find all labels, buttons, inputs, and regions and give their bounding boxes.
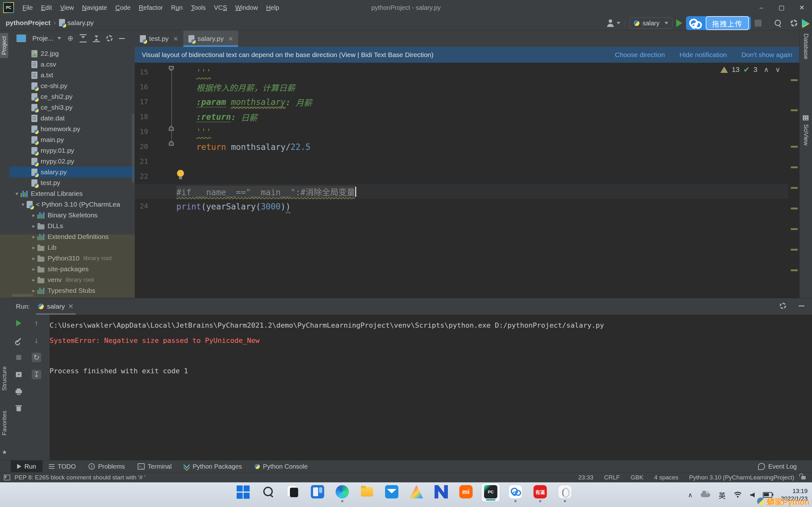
chevron-down-icon[interactable]: ▾ (15, 190, 20, 197)
taskbar-app-notes-app[interactable] (435, 485, 448, 498)
settings-gear-icon[interactable] (791, 20, 798, 26)
ime-indicator[interactable]: 英 (718, 490, 725, 500)
panel-settings-icon[interactable] (106, 35, 113, 42)
tool-window-button-problems[interactable]: !Problems (82, 460, 131, 472)
taskbar-app-widgets[interactable] (311, 485, 324, 498)
breadcrumb-project[interactable]: pythonProject (6, 19, 50, 26)
chevron-right-icon[interactable]: ▸ (32, 212, 38, 219)
tree-item-site-packages[interactable]: ▸site-packages (9, 264, 135, 274)
restore-layout-icon[interactable] (14, 370, 23, 379)
tree-item-main-py[interactable]: main.py (9, 134, 135, 145)
print-console-icon[interactable] (14, 387, 23, 396)
menu-run[interactable]: Run (167, 4, 187, 11)
status-widget[interactable]: Python 3.10 (PyCharmLearningProject) (689, 474, 794, 481)
tool-window-button-python-console[interactable]: Python Console (248, 460, 314, 472)
code-line-19[interactable]: ''' (135, 124, 788, 139)
user-icon[interactable] (606, 19, 615, 27)
tool-window-button-terminal[interactable]: >_Terminal (131, 460, 178, 472)
tree-item-a-csv[interactable]: a.csv (9, 59, 135, 70)
chevron-right-icon[interactable]: ▸ (32, 277, 38, 283)
taskbar-app-taskview[interactable] (286, 485, 299, 498)
taskbar-app-youdao[interactable]: 有道 (534, 485, 547, 498)
tool-button-favorites[interactable]: Favorites (1, 411, 8, 435)
run-tab[interactable]: salary ✕ (38, 298, 73, 315)
tree-item-external-libraries[interactable]: ▾External Libraries (9, 188, 135, 199)
tool-button-project[interactable]: Project (0, 33, 8, 58)
chevron-right-icon[interactable]: ▸ (32, 244, 38, 251)
tool-button-database[interactable]: Database (803, 34, 809, 59)
chevron-right-icon[interactable]: ▸ (32, 287, 38, 294)
tree-item-dlls[interactable]: ▸DLLs (9, 221, 135, 231)
tree-item-22-jpg[interactable]: 22.jpg (9, 48, 135, 59)
menu-tools[interactable]: Tools (187, 4, 210, 11)
tool-button-sciview[interactable]: SciView (803, 124, 809, 146)
drag-upload-button[interactable]: 拖拽上传 (706, 16, 749, 30)
tab-salary-py[interactable]: salary.py✕ (183, 31, 238, 47)
tree-item-binary-skeletons[interactable]: ▸Binary Skeletons (9, 210, 135, 221)
code-line-21[interactable] (135, 154, 788, 169)
tree-item-test-py[interactable]: test.py (9, 177, 135, 188)
taskbar-app-explorer[interactable] (360, 485, 374, 498)
tree-item-a-txt[interactable]: a.txt (9, 70, 135, 80)
status-widget[interactable]: 23:33 (578, 474, 594, 481)
menu-file[interactable]: File (18, 4, 37, 11)
rerun-failed-icon[interactable]: ↻ (32, 353, 41, 362)
menu-navigate[interactable]: Navigate (78, 4, 111, 11)
event-log-button[interactable]: Event Log (758, 463, 797, 470)
tree-scrollbar-vertical[interactable] (132, 113, 134, 183)
close-button[interactable]: ✕ (792, 0, 812, 15)
tree-item-ce-shi3-py[interactable]: ce_shi3.py (9, 102, 135, 113)
run-configuration-select[interactable]: salary (629, 17, 672, 29)
tree-item-homework-py[interactable]: homework.py (9, 124, 135, 134)
tool-window-button-python-packages[interactable]: Python Packages (178, 460, 248, 472)
scroll-to-end-icon[interactable]: ↧ (32, 370, 41, 379)
status-widget[interactable]: CRLF (604, 474, 620, 481)
tree-item-salary-py[interactable]: salary.py (9, 167, 135, 177)
chevron-right-icon[interactable]: ▸ (32, 223, 38, 229)
project-view-selector[interactable]: Proje... (32, 35, 61, 42)
expand-all-icon[interactable] (80, 34, 87, 43)
code-line-24[interactable]: print(yearSalary(3000)) (135, 199, 788, 214)
menu-refactor[interactable]: Refactor (135, 4, 167, 11)
code-line-17[interactable]: :param monthsalary: 月薪 (135, 95, 788, 110)
code-line-18[interactable]: :return: 日薪 (135, 110, 788, 124)
menu-help[interactable]: Help (262, 4, 283, 11)
code-line-16[interactable]: 根据传入的月薪，计算日薪 (135, 80, 788, 95)
edit-configuration-icon[interactable] (14, 336, 23, 345)
menu-vcs[interactable]: VCS (210, 4, 231, 11)
taskbar-app-edge[interactable] (336, 485, 349, 498)
prev-problem-icon[interactable]: ∧ (764, 66, 769, 74)
maximize-button[interactable]: ▢ (771, 0, 792, 15)
tree-item-date-dat[interactable]: date.dat (9, 113, 135, 124)
tab-test-py[interactable]: test.py✕ (135, 31, 183, 47)
tree-item-extended-definitions[interactable]: ▸Extended Definitions (9, 231, 135, 242)
tree-item-mypy-02-py[interactable]: mypy.02.py (9, 156, 135, 167)
tree-item--python-3-10-pycharmlea[interactable]: ▾< Python 3.10 (PyCharmLea (9, 199, 135, 210)
down-stack-trace-icon[interactable]: ↓ (32, 336, 41, 345)
close-icon[interactable]: ✕ (173, 35, 178, 43)
code-line-15[interactable]: ''' (135, 65, 788, 80)
tool-window-button-run[interactable]: Run (11, 460, 43, 472)
taskbar-app-pycharm[interactable]: PC (484, 485, 497, 498)
wifi-icon[interactable] (734, 492, 742, 498)
hide-run-panel-icon[interactable] (799, 305, 804, 306)
tool-window-button-todo[interactable]: TODO (43, 460, 82, 472)
locate-file-icon[interactable]: ⊕ (67, 34, 73, 43)
menu-window[interactable]: Window (231, 4, 262, 11)
status-message[interactable]: PEP 8: E265 block comment should start w… (14, 474, 145, 481)
chevron-right-icon[interactable]: ▸ (32, 233, 38, 240)
taskbar-app-start[interactable] (237, 485, 250, 498)
stop-button[interactable] (14, 353, 23, 362)
chevron-down-icon[interactable]: ▾ (21, 201, 27, 208)
taskbar-app-search[interactable] (261, 485, 275, 498)
up-stack-trace-icon[interactable]: ↑ (32, 319, 41, 328)
volume-icon[interactable] (750, 493, 755, 498)
chevron-right-icon[interactable]: ▸ (32, 266, 38, 273)
run-settings-gear-icon[interactable] (780, 302, 786, 309)
code-line-22[interactable] (135, 169, 788, 184)
stop-button[interactable] (755, 20, 762, 26)
tree-item-ce-shi2-py[interactable]: ce_shi2.py (9, 91, 135, 102)
taskbar-app-triangle-app[interactable] (410, 485, 423, 498)
taskbar-app-cloud-app[interactable] (509, 485, 522, 498)
chevron-right-icon[interactable]: ▸ (32, 255, 38, 262)
